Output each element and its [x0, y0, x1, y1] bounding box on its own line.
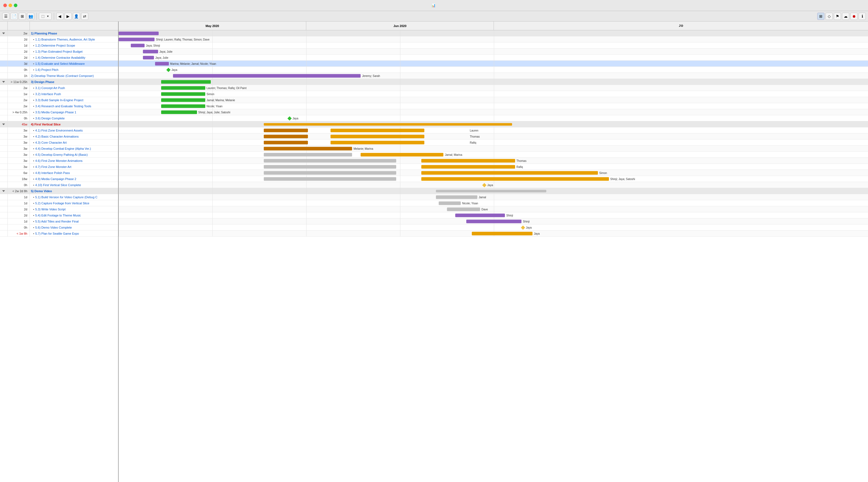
gantt-bar[interactable] — [436, 195, 477, 199]
gantt-bar[interactable] — [264, 159, 396, 162]
gantt-bar[interactable] — [331, 141, 424, 144]
gantt-bar[interactable] — [161, 86, 205, 90]
task-row[interactable]: 1d•1.2) Determine Project Scope — [0, 42, 118, 49]
gantt-bar[interactable] — [143, 50, 158, 53]
minimize-button[interactable] — [8, 4, 12, 7]
gantt-bar[interactable] — [331, 135, 424, 138]
record-button[interactable]: ⏺ — [850, 13, 858, 20]
nav-right-button[interactable]: ▶ — [65, 13, 72, 20]
task-row[interactable]: 1h2) Develop Theme Music (Contract Compo… — [0, 73, 118, 79]
gantt-bar[interactable] — [466, 220, 522, 223]
gantt-row: Melanie; Marina — [119, 146, 868, 152]
menu-button[interactable]: ☰ — [2, 13, 9, 20]
task-row[interactable]: 1w•3.2) Interface Push — [0, 91, 118, 97]
task-row[interactable]: 3w•4.5) Develop Enemy Pathing AI (Basic) — [0, 152, 118, 158]
task-row[interactable]: < 1w 8h•5.7) Plan for Seattle Game Expo — [0, 230, 118, 236]
gantt-bar[interactable] — [439, 201, 461, 205]
task-row[interactable]: 3d•1.5) Evaluate and Select Middleware — [0, 61, 118, 67]
document-button[interactable]: 📄 — [10, 13, 18, 20]
task-row[interactable]: 2w1) Planning Phase — [0, 30, 118, 36]
gantt-row — [119, 79, 868, 85]
task-row[interactable]: 2d•5.4) Edit Footage to Theme Music — [0, 212, 118, 218]
expand-header — [0, 22, 8, 30]
gantt-bar[interactable] — [161, 98, 205, 102]
task-row[interactable]: > 4w 0.25h•3.5) Media Campaign Phase 1 — [0, 109, 118, 115]
info-button[interactable]: ℹ — [859, 13, 866, 20]
gantt-bar[interactable] — [119, 37, 155, 41]
task-row[interactable]: 2d•1.3) Plan Estimated Project Budget — [0, 49, 118, 55]
nav-left-button[interactable]: ◀ — [56, 13, 63, 20]
task-row[interactable]: 6w•4.8) Interface Polish Pass — [0, 170, 118, 176]
gantt-bar[interactable] — [264, 147, 352, 150]
gantt-bar[interactable] — [436, 190, 546, 192]
task-row[interactable]: 2d•1.1) Brainstorm Themes, Audience, Art… — [0, 36, 118, 42]
split-view-button[interactable]: ⬚ ▼ — [39, 13, 52, 20]
task-row[interactable]: 2d•5.3) Write Video Script — [0, 206, 118, 212]
gantt-bar[interactable] — [472, 232, 532, 235]
gantt-bar[interactable] — [361, 153, 443, 156]
person-button[interactable]: 👤 — [73, 13, 80, 20]
gantt-bar[interactable] — [143, 56, 154, 59]
gantt-label: Nicole; Yisan — [207, 104, 223, 107]
task-row[interactable]: 45w4) First Vertical Slice — [0, 121, 118, 127]
task-row[interactable]: 0h•1.6) Project Pitch — [0, 67, 118, 73]
gantt-bar[interactable] — [155, 62, 169, 65]
gantt-bar[interactable] — [264, 153, 352, 156]
task-row[interactable]: 3w•4.2) Basic Character Animations — [0, 133, 118, 139]
gantt-bar[interactable] — [264, 177, 396, 181]
cloud-button[interactable]: ☁ — [842, 13, 849, 20]
task-row[interactable]: 1d•5.5) Add Titles and Render Final — [0, 218, 118, 224]
gantt-bar[interactable] — [421, 171, 598, 174]
gantt-bar[interactable] — [161, 110, 197, 114]
task-row[interactable]: 3w•4.6) First Zone Monster Animations — [0, 158, 118, 164]
fullscreen-button[interactable] — [14, 4, 18, 7]
gantt-bar[interactable] — [264, 123, 512, 125]
gantt-bar[interactable] — [421, 177, 609, 181]
gantt-panel[interactable]: May 2020 Jun 2020 J⊙ Shinji; Lauren; Raf… — [119, 22, 868, 482]
gantt-bar[interactable] — [455, 214, 505, 217]
expand-cell — [0, 188, 8, 194]
task-row[interactable]: 0h•4.10) First Vertical Slice Complete — [0, 182, 118, 188]
table-view-button[interactable]: ⊞ — [817, 13, 825, 20]
gantt-bar[interactable] — [264, 165, 396, 168]
flag-button[interactable]: ⚑ — [834, 13, 841, 20]
gantt-bar[interactable] — [161, 92, 205, 96]
gantt-bar[interactable] — [161, 80, 211, 84]
task-row[interactable]: 2w•3.3) Build Sample In-Engine Project — [0, 97, 118, 103]
gantt-bar[interactable] — [421, 159, 515, 162]
task-row[interactable]: > 11w 0.25h3) Design Phase — [0, 79, 118, 85]
gantt-bar[interactable] — [264, 171, 396, 174]
grid-button[interactable]: ⊞ — [19, 13, 26, 20]
milestone-label: Jaya — [292, 117, 298, 120]
task-row[interactable]: 2w•3.1) Concept Art Push — [0, 85, 118, 91]
swap-button[interactable]: ⇄ — [81, 13, 88, 20]
window-title: 📊 — [431, 3, 437, 7]
gantt-bar[interactable] — [264, 141, 308, 144]
task-row[interactable]: < 2w 2d 8h5) Demo Video — [0, 188, 118, 194]
task-row[interactable]: 3w•4.4) Develop Combat Engine (Alpha Ver… — [0, 146, 118, 152]
gantt-bar[interactable] — [264, 135, 308, 138]
task-row[interactable]: 0h•5.6) Demo Video Complete — [0, 224, 118, 230]
gantt-bar[interactable] — [173, 74, 361, 77]
gantt-bar[interactable] — [119, 31, 159, 35]
task-row[interactable]: 2w•3.4) Research and Evaluate Testing To… — [0, 103, 118, 109]
task-row[interactable]: 0h•3.6) Design Complete — [0, 115, 118, 121]
people-button[interactable]: 👥 — [27, 13, 34, 20]
diamond-button[interactable]: ◇ — [826, 13, 833, 20]
task-row[interactable]: 3w•4.3) Core Character Art — [0, 139, 118, 146]
task-row[interactable]: 18w•4.9) Media Campaign Phase 2 — [0, 176, 118, 182]
gantt-bar[interactable] — [264, 128, 308, 132]
gantt-label: Jaya; Julie — [155, 56, 168, 59]
gantt-bar[interactable] — [447, 207, 480, 211]
close-button[interactable] — [3, 4, 7, 7]
task-row[interactable]: 2d•1.4) Determine Contractor Availabilit… — [0, 55, 118, 61]
effort-cell: 3w — [8, 152, 30, 157]
gantt-bar[interactable] — [421, 165, 515, 168]
task-row[interactable]: 3w•4.1) First Zone Environment Assets — [0, 127, 118, 133]
gantt-bar[interactable] — [131, 43, 145, 47]
task-row[interactable]: 3w•4.7) First Zone Monster Art — [0, 164, 118, 170]
task-row[interactable]: 1d•5.1) Build Version for Video Capture … — [0, 194, 118, 200]
task-row[interactable]: 1d•5.2) Capture Footage from Vertical Sl… — [0, 200, 118, 206]
gantt-bar[interactable] — [331, 128, 424, 132]
gantt-bar[interactable] — [161, 104, 205, 108]
